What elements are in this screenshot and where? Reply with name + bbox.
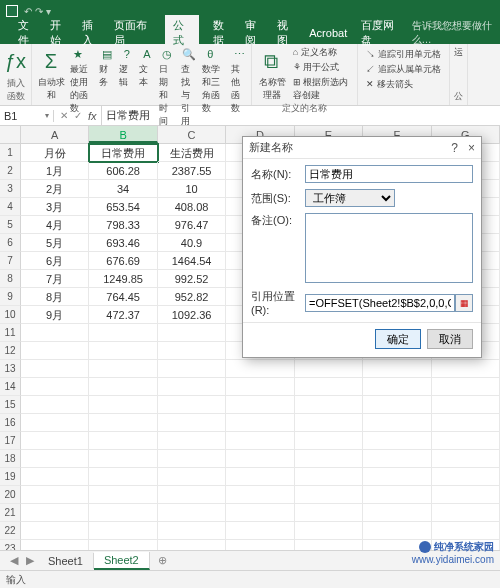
dialog-close-icon[interactable]: × <box>468 141 475 155</box>
cell[interactable]: 5月 <box>21 234 89 252</box>
more-button[interactable]: ⋯其他函数 <box>231 46 247 115</box>
cell[interactable]: 1464.54 <box>158 252 226 270</box>
remove-arrows-button[interactable]: ✕ 移去箭头 <box>366 78 441 91</box>
cell[interactable] <box>226 396 294 414</box>
cell[interactable] <box>295 378 363 396</box>
cell[interactable] <box>432 396 500 414</box>
trace-dependents-button[interactable]: ↙ 追踪从属单元格 <box>366 63 441 76</box>
insert-function-icon[interactable]: ƒx <box>1 46 31 76</box>
date-button[interactable]: ◷日期和时间 <box>159 46 177 128</box>
cell[interactable] <box>432 468 500 486</box>
name-manager-icon[interactable]: ⧉ <box>256 46 286 76</box>
cell[interactable]: 6月 <box>21 252 89 270</box>
cell[interactable] <box>226 486 294 504</box>
cell[interactable] <box>363 360 431 378</box>
cell[interactable]: 1月 <box>21 162 89 180</box>
cell[interactable] <box>21 504 89 522</box>
row-header[interactable]: 18 <box>0 450 21 468</box>
cell[interactable] <box>295 414 363 432</box>
cell[interactable] <box>158 432 226 450</box>
row-header[interactable]: 12 <box>0 342 21 360</box>
cell[interactable]: 992.52 <box>158 270 226 288</box>
cell[interactable] <box>158 324 226 342</box>
refers-to-input[interactable] <box>305 294 455 312</box>
cell[interactable] <box>89 324 157 342</box>
cell[interactable] <box>21 342 89 360</box>
cell[interactable]: 2387.55 <box>158 162 226 180</box>
cell[interactable] <box>432 360 500 378</box>
row-header[interactable]: 14 <box>0 378 21 396</box>
cell[interactable] <box>363 396 431 414</box>
cancel-button[interactable]: 取消 <box>427 329 473 349</box>
row-header[interactable]: 1 <box>0 144 21 162</box>
sheet-tab-2[interactable]: Sheet2 <box>94 552 150 570</box>
cell[interactable] <box>89 486 157 504</box>
cell[interactable] <box>21 432 89 450</box>
cell[interactable] <box>432 378 500 396</box>
row-header[interactable]: 22 <box>0 522 21 540</box>
cell[interactable] <box>295 486 363 504</box>
row-header[interactable]: 20 <box>0 486 21 504</box>
cell[interactable] <box>226 378 294 396</box>
col-B[interactable]: B <box>89 126 157 143</box>
row-header[interactable]: 6 <box>0 234 21 252</box>
cell[interactable] <box>363 504 431 522</box>
cell[interactable]: 生活费用 <box>158 144 226 162</box>
row-header[interactable]: 7 <box>0 252 21 270</box>
cell[interactable] <box>158 360 226 378</box>
cell[interactable] <box>158 342 226 360</box>
cell[interactable] <box>21 396 89 414</box>
tab-acrobat[interactable]: Acrobat <box>309 27 347 39</box>
cell[interactable] <box>89 414 157 432</box>
cell[interactable] <box>363 378 431 396</box>
cell[interactable]: 3月 <box>21 198 89 216</box>
cell[interactable] <box>432 432 500 450</box>
cell[interactable] <box>226 414 294 432</box>
cell[interactable]: 653.54 <box>89 198 157 216</box>
cell[interactable] <box>432 450 500 468</box>
cell[interactable] <box>89 432 157 450</box>
row-header[interactable]: 19 <box>0 468 21 486</box>
cell[interactable] <box>158 378 226 396</box>
enter-icon[interactable]: ✓ <box>74 110 82 121</box>
row-header[interactable]: 5 <box>0 216 21 234</box>
cell[interactable] <box>21 324 89 342</box>
define-name-button[interactable]: ⌂ 定义名称 <box>293 46 353 59</box>
dialog-help-icon[interactable]: ? <box>451 141 458 155</box>
cell[interactable]: 4月 <box>21 216 89 234</box>
row-header[interactable]: 11 <box>0 324 21 342</box>
cell[interactable]: 693.46 <box>89 234 157 252</box>
cell[interactable] <box>226 504 294 522</box>
select-all-corner[interactable] <box>0 126 21 143</box>
cell[interactable]: 976.47 <box>158 216 226 234</box>
cell[interactable]: 472.37 <box>89 306 157 324</box>
cell[interactable]: 40.9 <box>158 234 226 252</box>
col-A[interactable]: A <box>21 126 89 143</box>
row-header[interactable]: 9 <box>0 288 21 306</box>
row-header[interactable]: 2 <box>0 162 21 180</box>
cell[interactable] <box>89 504 157 522</box>
cancel-icon[interactable]: ✕ <box>60 110 68 121</box>
cell[interactable] <box>363 468 431 486</box>
cell[interactable]: 7月 <box>21 270 89 288</box>
use-in-formula-button[interactable]: ⚘ 用于公式 <box>293 61 353 74</box>
cell[interactable] <box>295 396 363 414</box>
cell[interactable] <box>158 396 226 414</box>
row-header[interactable]: 13 <box>0 360 21 378</box>
cell[interactable] <box>295 360 363 378</box>
row-header[interactable]: 21 <box>0 504 21 522</box>
cell[interactable]: 676.69 <box>89 252 157 270</box>
cell[interactable]: 9月 <box>21 306 89 324</box>
row-header[interactable]: 3 <box>0 180 21 198</box>
row-header[interactable]: 10 <box>0 306 21 324</box>
scope-select[interactable]: 工作簿 <box>305 189 395 207</box>
cell[interactable] <box>158 414 226 432</box>
cell[interactable] <box>158 468 226 486</box>
cell[interactable]: 1249.85 <box>89 270 157 288</box>
cell[interactable] <box>89 450 157 468</box>
cell[interactable] <box>21 450 89 468</box>
cell[interactable]: 798.33 <box>89 216 157 234</box>
cell[interactable] <box>363 450 431 468</box>
cell[interactable] <box>21 522 89 540</box>
cell[interactable] <box>432 486 500 504</box>
